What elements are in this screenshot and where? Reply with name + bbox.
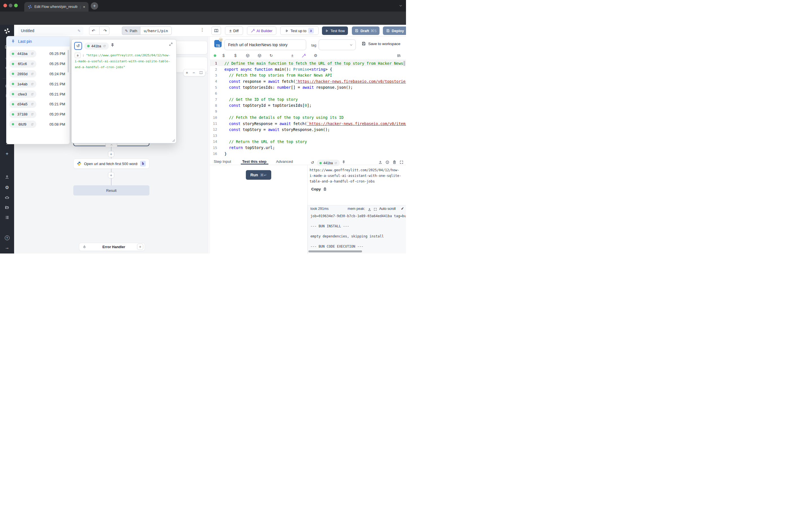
code-line[interactable]: 6	[209, 91, 406, 96]
reload-code-icon[interactable]: ↻	[269, 53, 273, 58]
pin-badge[interactable]: 37188	[9, 111, 36, 118]
editor-scrollbar[interactable]	[403, 61, 405, 66]
ai-assistant-wand-icon[interactable]	[302, 54, 306, 58]
tab-test-this-step[interactable]: Test this step	[242, 159, 266, 164]
code-line[interactable]: 1// Define the main function to fetch th…	[209, 60, 406, 66]
sidebar-expand-icon[interactable]: →	[0, 245, 14, 250]
variables-icon[interactable]: $	[222, 53, 225, 58]
pin-badge[interactable]: 6fcf9	[9, 121, 36, 128]
test-flow-button[interactable]: Test flow	[322, 26, 348, 35]
open-external-icon[interactable]	[103, 45, 106, 48]
diff-icon[interactable]: ±	[291, 53, 294, 58]
history-button[interactable]: ↺	[74, 42, 82, 50]
pin-row[interactable]: 2893d05:24 PM	[6, 69, 70, 79]
pin-row[interactable]: cfee305:21 PM	[6, 89, 70, 99]
code-line[interactable]: 9	[209, 108, 406, 114]
pin-badge[interactable]: 1e4ab	[9, 80, 36, 88]
code-line[interactable]: 10 // Fetch the details of the top story…	[209, 115, 406, 121]
sidebar-item-folders[interactable]	[0, 205, 14, 210]
code-line[interactable]: 5 const topStoriesIds: number[] = await …	[209, 84, 406, 91]
mac-close-button[interactable]	[3, 4, 7, 7]
save-to-workspace-button[interactable]: Save to workspace	[361, 41, 400, 46]
zoom-out-button[interactable]: −	[193, 70, 195, 75]
copy-json-icon[interactable]	[393, 160, 396, 164]
flow-more-menu-icon[interactable]: ⋮	[200, 27, 204, 33]
sidebar-item-workers[interactable]	[0, 195, 14, 200]
test-up-to-button[interactable]: Test up to a	[280, 26, 319, 35]
result-node[interactable]: Result	[73, 185, 149, 195]
insert-step-button[interactable]: +	[108, 172, 114, 178]
resources-icon[interactable]: $	[234, 53, 237, 58]
check-icon[interactable]: ✓	[401, 207, 404, 211]
tab-advanced[interactable]: Advanced	[276, 159, 293, 164]
step-title-input[interactable]: Fetch url of HackerNews top story	[224, 40, 306, 50]
step-node-b[interactable]: Open url and fetch first 500 words of ..…	[73, 159, 149, 169]
pin-row[interactable]: 1e4ab05:21 PM	[6, 79, 70, 89]
pin-row[interactable]: 6fcf905:08 PM	[6, 119, 70, 129]
code-line[interactable]: 14 // Return the URL of the top story	[209, 138, 406, 145]
edit-name-pencil-icon[interactable]: ✎	[78, 29, 81, 33]
pin-badge[interactable]: cfee3	[9, 91, 36, 98]
code-line[interactable]: 4 const response = await fetch('https://…	[209, 78, 406, 84]
code-line[interactable]: 3 // Fetch the top stories from Hacker N…	[209, 72, 406, 78]
code-line[interactable]: 12 const topStory = await storyResponse.…	[209, 126, 406, 132]
deploy-button[interactable]: Deploy	[383, 26, 406, 35]
sidebar-item-add[interactable]: +	[0, 151, 14, 157]
pin-row[interactable]: 3718805:20 PM	[6, 109, 70, 119]
draft-button[interactable]: Draft ⌘S	[352, 26, 379, 35]
code-line[interactable]: 11 const storyResponse = await fetch(`ht…	[209, 121, 406, 126]
history-icon[interactable]: ↺	[311, 160, 314, 165]
browser-tab[interactable]: Edit Flow u/henri/pin_results | ×	[24, 2, 89, 11]
package-icon[interactable]	[246, 54, 250, 58]
fullscreen-icon[interactable]	[400, 160, 403, 164]
result-job-badge[interactable]: 441ba	[317, 160, 340, 166]
pin-badge[interactable]: 441ba	[9, 50, 36, 57]
zoom-in-button[interactable]: +	[186, 70, 188, 75]
tab-close-icon[interactable]: ×	[83, 5, 85, 9]
auto-scroll-label[interactable]: Auto scroll	[379, 207, 396, 211]
code-line[interactable]: 13	[209, 133, 406, 138]
docs-button[interactable]	[211, 26, 221, 35]
error-handler-node[interactable]: Error Handler	[79, 243, 145, 251]
error-handler-add-button[interactable]: +	[137, 244, 143, 250]
run-button[interactable]: Run ⌘↵	[246, 170, 271, 180]
sidebar-item-settings[interactable]: ⚙	[0, 185, 14, 190]
undo-button[interactable]: ↶	[89, 29, 98, 33]
sidebar-item-resources[interactable]	[0, 215, 14, 220]
download-result-icon[interactable]	[378, 160, 382, 164]
editor-settings-gear-icon[interactable]: ⚙	[314, 53, 317, 58]
pin-badge[interactable]: 6f1c6	[9, 60, 36, 68]
ai-builder-button[interactable]: AI Builder	[247, 26, 276, 35]
resize-handle-icon[interactable]	[172, 138, 175, 142]
mac-zoom-button[interactable]	[14, 4, 18, 7]
pin-icon[interactable]	[342, 160, 346, 164]
library-columns-icon[interactable]	[397, 54, 401, 58]
pin-badge[interactable]: d34a5	[9, 101, 36, 108]
code-editor[interactable]: 1// Define the main function to fetch th…	[209, 60, 406, 159]
pin-row[interactable]: d34a505:21 PM	[6, 99, 70, 109]
sidebar-item-users[interactable]	[0, 175, 14, 179]
log-h-scrollbar[interactable]	[308, 250, 362, 252]
panel-scrollbar[interactable]	[68, 50, 69, 72]
open-external-icon[interactable]	[335, 162, 337, 165]
windmill-logo-icon[interactable]	[4, 27, 10, 34]
copy-result-button[interactable]: Copy	[311, 187, 327, 191]
code-line[interactable]: 7 // Get the ID of the top story	[209, 96, 406, 102]
popup-job-badge[interactable]: 441ba	[84, 43, 109, 50]
redo-button[interactable]: ↷	[101, 29, 109, 33]
fit-view-icon[interactable]	[199, 71, 203, 74]
code-line[interactable]: 16}	[209, 151, 406, 157]
download-logs-icon[interactable]	[368, 208, 371, 211]
tab-search-chevron-icon[interactable]	[399, 4, 403, 8]
package-icon[interactable]	[257, 54, 262, 58]
pin-row[interactable]: 6f1c605:25 PM	[6, 59, 70, 69]
info-icon[interactable]	[386, 160, 389, 164]
code-line[interactable]: 2export async function main(): Promise<s…	[209, 66, 406, 72]
pin-badge[interactable]: 2893d	[9, 70, 36, 77]
tag-select[interactable]	[319, 40, 356, 50]
diff-button[interactable]: ± Diff	[225, 26, 243, 35]
insert-step-button[interactable]: +	[108, 151, 114, 157]
pin-row[interactable]: 441ba05:25 PM	[6, 49, 70, 59]
sidebar-item-help[interactable]: ?	[0, 235, 14, 240]
pin-icon[interactable]	[110, 43, 115, 48]
